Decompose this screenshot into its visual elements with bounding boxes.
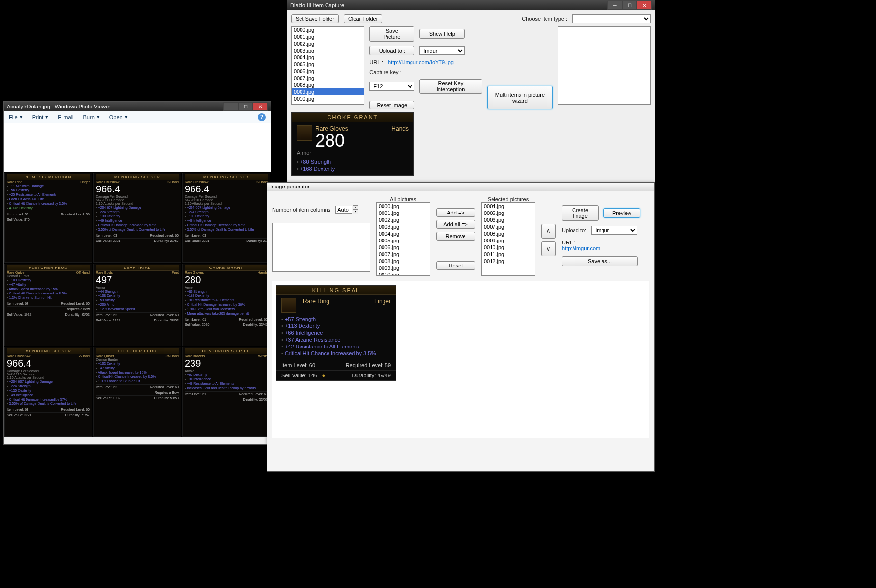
spinner-up[interactable]: ▲ (353, 205, 358, 210)
choose-type-select[interactable] (572, 14, 651, 23)
grid-item: NEMESIS MERIDIANRare RingFinger+11 Minim… (4, 173, 92, 263)
url-link[interactable]: http://i.imgur.com/IoYT9.jpg (388, 59, 454, 65)
close-button[interactable]: ✕ (253, 102, 268, 111)
list-item[interactable]: 0007.jpg (377, 251, 430, 258)
sell-value: Sell Value: 1461 ● (281, 373, 325, 378)
create-image-button[interactable]: Create Image (562, 205, 599, 221)
photo-viewer-window: AcualyIsDolan.jpg - Windows Photo Viewer… (3, 101, 271, 445)
list-item[interactable]: 0010.jpg (377, 271, 430, 276)
list-item[interactable]: 0001.jpg (377, 210, 430, 216)
upload-to-button[interactable]: Upload to : (369, 46, 414, 55)
list-item[interactable]: 0000.jpg (377, 203, 430, 210)
menu-open[interactable]: Open ▾ (110, 114, 128, 120)
image-generator-titlebar[interactable]: Image generator (267, 183, 654, 191)
list-item[interactable]: 0008.jpg (377, 258, 430, 265)
reset-image-button[interactable]: Reset image (369, 101, 414, 109)
affix: +168 Dexterity (297, 165, 409, 172)
list-item[interactable]: 0004.jpg (482, 203, 535, 210)
item-slot: Finger (374, 298, 391, 305)
item-icon (281, 298, 296, 313)
set-save-folder-button[interactable]: Set Save Folder (291, 14, 339, 23)
item-name: CHOKE GRANT (292, 113, 413, 122)
save-as-button[interactable]: Save as... (562, 256, 638, 266)
menu-file[interactable]: File ▾ (9, 114, 23, 120)
list-item[interactable]: 0005.jpg (377, 237, 430, 244)
upload-service-select[interactable]: Imgur (419, 46, 465, 55)
file-list-item[interactable]: 0005.jpg (292, 61, 364, 68)
list-item[interactable]: 0011.jpg (482, 251, 535, 258)
grid-item: CENTURION'S PRIDERare BracersWrists239Ar… (182, 347, 270, 437)
item-level: Item Level: 60 (281, 362, 315, 368)
item-name: KILLING SEAL (276, 286, 396, 295)
item-value: 280 (297, 132, 409, 150)
list-item[interactable]: 0006.jpg (377, 244, 430, 251)
list-item[interactable]: 0008.jpg (482, 230, 535, 237)
ig-url-link[interactable]: http://imgur.com (562, 245, 600, 251)
move-up-button[interactable]: /\ (541, 224, 556, 239)
grid-item: CHOKE GRANTRare GlovesHands280Armor+80 S… (182, 264, 270, 347)
file-list-item[interactable]: 0000.jpg (292, 27, 364, 33)
url-label: URL : (369, 59, 383, 65)
save-picture-button[interactable]: Save Picture (369, 26, 414, 42)
add-all-button[interactable]: Add all => (436, 220, 475, 229)
list-item[interactable]: 0009.jpg (482, 237, 535, 244)
capture-key-select[interactable]: F12 (369, 82, 414, 91)
file-list-item[interactable]: 0010.jpg (292, 95, 364, 102)
file-list-item[interactable]: 0011.jpg (292, 102, 364, 105)
file-list-item[interactable]: 0004.jpg (292, 54, 364, 61)
spinner-down[interactable]: ▼ (353, 210, 358, 214)
file-list-item[interactable]: 0009.jpg (292, 88, 364, 95)
close-button[interactable]: ✕ (637, 1, 652, 10)
ig-url-label: URL : (562, 240, 575, 245)
required-level: Required Level: 59 (346, 362, 391, 368)
maximize-button[interactable]: ☐ (622, 1, 637, 10)
list-item[interactable]: 0005.jpg (482, 210, 535, 216)
num-cols-input[interactable] (335, 206, 352, 214)
list-item[interactable]: 0009.jpg (377, 265, 430, 271)
reset-key-button[interactable]: Reset Key interception (419, 79, 482, 94)
list-item[interactable]: 0002.jpg (377, 216, 430, 223)
ig-upload-service-select[interactable]: Imgur (591, 226, 637, 235)
list-item[interactable]: 0003.jpg (377, 223, 430, 230)
menu-print[interactable]: Print ▾ (32, 114, 49, 120)
menu-burn[interactable]: Burn ▾ (83, 114, 100, 120)
add-button[interactable]: Add => (436, 208, 475, 217)
help-icon[interactable]: ? (258, 113, 266, 121)
file-list-item[interactable]: 0006.jpg (292, 68, 364, 75)
file-list-item[interactable]: 0001.jpg (292, 33, 364, 40)
image-gen-preview-area: KILLING SEAL Rare Ring Finger +57 Streng… (272, 281, 649, 438)
item-capture-titlebar[interactable]: Diablo III Item Capture ─ ☐ ✕ (287, 0, 655, 10)
list-item[interactable]: 0007.jpg (482, 223, 535, 230)
grid-item: FLETCHER FEUDRare QuiverOff-HandDemon Hu… (4, 264, 92, 347)
list-item[interactable]: 0010.jpg (482, 244, 535, 251)
list-item[interactable]: 0012.jpg (482, 258, 535, 265)
menu-email[interactable]: E-mail (58, 114, 73, 120)
minimize-button[interactable]: ─ (223, 102, 238, 111)
remove-button[interactable]: Remove (436, 232, 475, 241)
file-list-item[interactable]: 0008.jpg (292, 81, 364, 88)
photo-viewer-titlebar[interactable]: AcualyIsDolan.jpg - Windows Photo Viewer… (4, 102, 271, 111)
file-list-item[interactable]: 0003.jpg (292, 47, 364, 54)
selected-pictures-list[interactable]: 0004.jpg0005.jpg0006.jpg0007.jpg0008.jpg… (481, 202, 535, 276)
file-list[interactable]: 0000.jpg0001.jpg0002.jpg0003.jpg0004.jpg… (291, 26, 364, 105)
file-list-item[interactable]: 0002.jpg (292, 40, 364, 47)
affix: Critical Hit Chance Increased by 3.5% (281, 350, 391, 357)
durability: Durability: 49/49 (352, 373, 391, 378)
clear-folder-button[interactable]: Clear Folder (344, 14, 383, 23)
reset-button[interactable]: Reset (436, 261, 475, 270)
preview-button[interactable]: Preview (603, 208, 640, 218)
move-down-button[interactable]: \/ (541, 241, 556, 256)
maximize-button[interactable]: ☐ (238, 102, 253, 111)
show-help-button[interactable]: Show Help (419, 29, 465, 39)
image-gen-item-preview: KILLING SEAL Rare Ring Finger +57 Streng… (276, 285, 396, 381)
list-item[interactable]: 0006.jpg (482, 216, 535, 223)
list-item[interactable]: 0004.jpg (377, 230, 430, 237)
minimize-button[interactable]: ─ (607, 1, 622, 10)
all-pictures-list[interactable]: 0000.jpg0001.jpg0002.jpg0003.jpg0004.jpg… (376, 202, 430, 276)
file-list-item[interactable]: 0007.jpg (292, 75, 364, 81)
multi-wizard-button[interactable]: Multi items in picture wizard (487, 86, 553, 109)
all-pics-label: All pictures (376, 196, 430, 202)
image-gen-thumb-pane (272, 223, 370, 272)
affix: +42 Resistance to All Elements (281, 343, 391, 350)
affix: +80 Strength (297, 159, 409, 165)
